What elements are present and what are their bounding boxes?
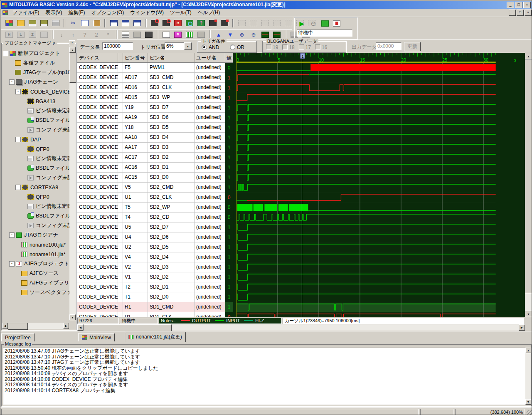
table-row[interactable]: CODEX_DEVICEU1SD2_CLK(undefined) <box>77 193 225 203</box>
panel-close-icon[interactable]: × <box>69 40 75 46</box>
blogana-bit-17-checkbox[interactable] <box>299 44 304 50</box>
tree-vscrollbar[interactable]: ▲ ▼ <box>69 47 76 320</box>
tree-expander-icon[interactable]: - <box>15 89 21 94</box>
tree-item-5[interactable]: BGA413 <box>3 96 69 106</box>
tree-expander-icon[interactable]: - <box>9 79 15 85</box>
output-data-input[interactable] <box>376 42 401 50</box>
log-vscrollbar[interactable]: ▲ ▼ <box>525 348 531 405</box>
tree-item-22[interactable]: -AJFGプロジェクト <box>3 259 69 269</box>
tree-item-2[interactable]: JTAGケーブル(np1010) <box>3 68 69 77</box>
bram-editor-button[interactable] <box>172 30 183 40</box>
tree-expander-icon[interactable]: - <box>15 137 21 142</box>
table-row[interactable]: CODEX_DEVICEAC17SD3_D2(undefined) <box>77 153 225 163</box>
tab-project-tree[interactable]: ProjectTree <box>1 333 34 341</box>
blogana-bit-19-checkbox[interactable] <box>266 44 271 50</box>
waveform-plot[interactable]: 051015202530s1 <box>233 53 525 317</box>
tree-item-12[interactable]: BSDLファイル参照 <box>3 163 69 173</box>
tree-hscrollbar[interactable]: ◀ ▶ <box>2 323 69 329</box>
window-tile-v-button[interactable] <box>132 18 143 28</box>
scroll-thumb[interactable] <box>84 324 172 331</box>
tree-item-4[interactable]: -CODEX_DEVICE <box>3 87 69 96</box>
table-row[interactable]: CODEX_DEVICEAD17SD3_CMD(undefined) <box>77 73 225 83</box>
tree-item-18[interactable]: コンフィグ未設定 <box>3 221 69 230</box>
new-wave-button[interactable] <box>161 30 172 40</box>
tree-item-16[interactable]: ピン情報未定義 <box>3 202 69 211</box>
table-row[interactable]: CODEX_DEVICET2SD2_D1(undefined) <box>77 282 225 292</box>
menu-item-1[interactable]: 表示(V) <box>42 9 65 17</box>
trigger-pos-select[interactable]: 6% ▼ <box>165 42 192 50</box>
table-row[interactable]: CODEX_DEVICEV2SD2_D3(undefined) <box>77 262 225 272</box>
data-length-input[interactable] <box>102 42 133 50</box>
scroll-right-icon[interactable]: ▶ <box>63 323 69 329</box>
table-row[interactable]: CODEX_DEVICEAA19SD3_D6(undefined) <box>77 113 225 123</box>
child-minimize-button[interactable]: _ <box>509 10 516 16</box>
table-row[interactable]: CODEX_DEVICEF5PWM1(undefined) <box>77 63 225 73</box>
tree-item-20[interactable]: noname100.jla* <box>3 240 69 249</box>
tree-item-3[interactable]: -JTAGチェーン <box>3 77 69 87</box>
tree-expander-icon[interactable]: - <box>9 261 15 267</box>
blank-a-button[interactable] <box>132 30 143 40</box>
chevron-down-icon[interactable]: ▼ <box>184 42 192 50</box>
maximize-button[interactable]: □ <box>515 2 522 8</box>
tree-item-0[interactable]: -新規プロジェクト <box>3 49 69 58</box>
wave-hscrollbar[interactable]: ◀ ▶ <box>77 324 525 331</box>
table-row[interactable]: CODEX_DEVICEU4SD2_D6(undefined) <box>77 232 225 242</box>
run-button[interactable] <box>296 18 307 28</box>
probe-disconnect-button[interactable] <box>161 18 172 28</box>
table-row[interactable]: CODEX_DEVICEAC16SD3_D1(undefined) <box>77 163 225 173</box>
scroll-down-icon[interactable]: ▼ <box>525 311 532 317</box>
logana-view-button[interactable] <box>184 30 195 40</box>
scroll-left-icon[interactable]: ◀ <box>77 324 84 331</box>
tree-item-13[interactable]: コンフィグ未設定 <box>3 173 69 183</box>
scroll-up-icon[interactable]: ▲ <box>525 348 531 353</box>
table-row[interactable]: CODEX_DEVICET5SD2_WP(undefined) <box>77 203 225 212</box>
logana-stop-button[interactable] <box>331 18 342 28</box>
table-row[interactable]: CODEX_DEVICEY19SD3_D7(undefined) <box>77 103 225 113</box>
tree-item-15[interactable]: QFP0 <box>3 192 69 202</box>
tree-item-1[interactable]: 各種ファイル <box>3 58 69 68</box>
table-row[interactable]: CODEX_DEVICER1SD1_CMD(undefined) <box>77 302 225 312</box>
menu-item-5[interactable]: ツール(T) <box>167 9 195 17</box>
zoom-in-button[interactable] <box>236 30 247 40</box>
blogana-bit-18-checkbox[interactable] <box>282 44 288 50</box>
trigger-and-radio[interactable] <box>202 44 207 50</box>
table-row[interactable]: CODEX_DEVICET4SD2_CD(undefined) <box>77 212 225 222</box>
tree-item-19[interactable]: -JTAGロジアナ <box>3 230 69 240</box>
menu-item-4[interactable]: ウィンドウ(W) <box>127 9 167 17</box>
boundary-view-button[interactable] <box>196 18 207 28</box>
paste-button[interactable] <box>91 18 102 28</box>
scroll-left-icon[interactable]: ◀ <box>2 323 8 329</box>
save-as-button[interactable] <box>39 18 49 28</box>
add-device-button[interactable] <box>207 18 218 28</box>
table-row[interactable]: CODEX_DEVICEAD16SD3_CLK(undefined) <box>77 83 225 93</box>
tree-item-25[interactable]: ソースベクタファイル <box>3 288 69 297</box>
table-row[interactable]: CODEX_DEVICEY18SD3_D5(undefined) <box>77 123 225 133</box>
copy-button[interactable] <box>79 18 90 28</box>
tree-item-10[interactable]: QFP0 <box>3 144 69 154</box>
scroll-up-icon[interactable]: ▲ <box>69 47 76 53</box>
close-button[interactable]: × <box>523 2 531 8</box>
scroll-right-icon[interactable]: ▶ <box>519 324 525 331</box>
probe-connect-button[interactable] <box>149 18 160 28</box>
window-tile-h-button[interactable] <box>120 18 131 28</box>
table-row[interactable]: CODEX_DEVICEAA17SD3_D3(undefined) <box>77 143 225 153</box>
table-row[interactable]: CODEX_DEVICEAD15SD3_WP(undefined) <box>77 93 225 103</box>
zoom-out-button[interactable] <box>248 30 259 40</box>
scroll-thumb[interactable] <box>69 53 76 83</box>
signal-down-button[interactable] <box>225 30 236 40</box>
tab-noname101-jla-[interactable]: noname101.jla(変更) <box>125 332 186 342</box>
scroll-down-icon[interactable]: ▼ <box>69 314 76 320</box>
minimize-button[interactable]: _ <box>507 2 514 8</box>
menu-item-6[interactable]: ヘルプ(H) <box>195 9 223 17</box>
tree-expander-icon[interactable]: - <box>15 185 21 190</box>
trigger-or-radio[interactable] <box>230 44 235 50</box>
table-row[interactable]: CODEX_DEVICEV1SD2_D2(undefined) <box>77 272 225 282</box>
save-file-button[interactable] <box>27 18 38 28</box>
cut-button[interactable] <box>68 18 79 28</box>
scroll-up-icon[interactable]: ▲ <box>525 53 532 59</box>
update-button[interactable]: 更新 <box>404 42 421 51</box>
tree-item-21[interactable]: noname101.jla* <box>3 249 69 259</box>
pin-list-button[interactable] <box>120 30 131 40</box>
blogana-bit-16-checkbox[interactable] <box>315 44 320 50</box>
table-row[interactable]: CODEX_DEVICEV5SD2_CMD(undefined) <box>77 183 225 193</box>
